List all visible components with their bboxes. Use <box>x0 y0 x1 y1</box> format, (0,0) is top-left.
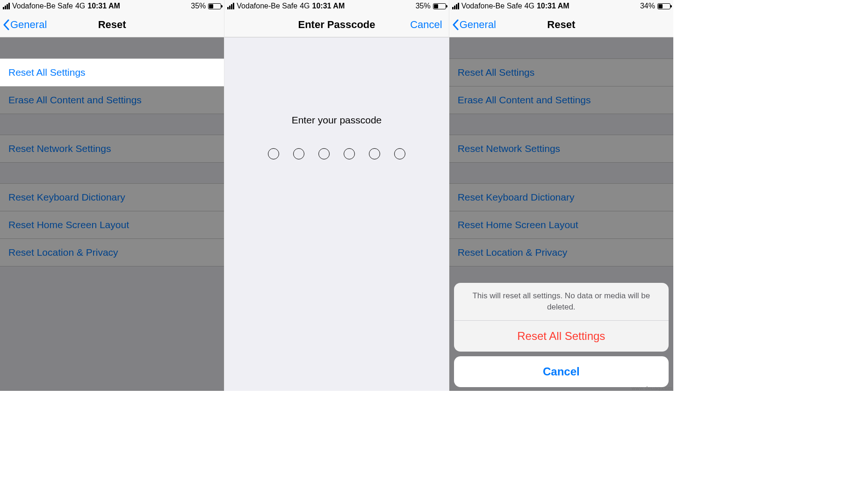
status-bar: Vodafone-Be Safe 4G 10:31 AM 34% <box>449 0 673 12</box>
battery-pct-label: 35% <box>416 2 431 10</box>
signal-bars-icon <box>452 3 459 9</box>
cell-reset-home-layout[interactable]: Reset Home Screen Layout <box>449 211 673 239</box>
screen-reset-list-actionsheet: Vodafone-Be Safe 4G 10:31 AM 34% General… <box>449 0 673 391</box>
chevron-left-icon <box>3 19 9 30</box>
cell-label: Erase All Content and Settings <box>8 94 142 105</box>
cell-label: Reset Network Settings <box>458 143 560 154</box>
cell-reset-all-settings[interactable]: Reset All Settings <box>449 58 673 86</box>
network-label: 4G <box>75 2 85 10</box>
cell-label: Reset Network Settings <box>8 143 111 154</box>
cell-reset-network[interactable]: Reset Network Settings <box>449 135 673 163</box>
passcode-dots[interactable] <box>268 148 405 159</box>
passcode-dot <box>394 148 405 159</box>
cell-label: Reset Home Screen Layout <box>458 219 578 230</box>
network-label: 4G <box>300 2 310 10</box>
passcode-prompt: Enter your passcode <box>292 115 382 126</box>
time-label: 10:31 AM <box>87 2 120 10</box>
sheet-reset-all-button[interactable]: Reset All Settings <box>454 321 669 352</box>
status-bar: Vodafone-Be Safe 4G 10:31 AM 35% <box>224 0 448 12</box>
back-label: General <box>10 19 47 31</box>
chevron-left-icon <box>452 19 459 30</box>
watermark: www.deuaq.com <box>632 385 672 391</box>
sheet-message: This will reset all settings. No data or… <box>454 283 669 321</box>
time-label: 10:31 AM <box>537 2 569 10</box>
cell-reset-keyboard[interactable]: Reset Keyboard Dictionary <box>449 183 673 211</box>
nav-bar: General Reset <box>449 12 673 37</box>
passcode-dot <box>318 148 330 159</box>
cancel-button[interactable]: Cancel <box>410 19 442 31</box>
time-label: 10:31 AM <box>312 2 345 10</box>
passcode-dot <box>344 148 355 159</box>
cell-reset-location-privacy[interactable]: Reset Location & Privacy <box>449 238 673 266</box>
cell-reset-keyboard[interactable]: Reset Keyboard Dictionary <box>0 183 224 211</box>
back-button[interactable]: General <box>452 19 496 31</box>
passcode-dot <box>268 148 279 159</box>
battery-icon <box>433 3 446 9</box>
cell-label: Reset Keyboard Dictionary <box>8 192 125 202</box>
cell-label: Reset Location & Privacy <box>458 247 568 258</box>
battery-pct-label: 34% <box>640 2 655 10</box>
carrier-label: Vodafone-Be Safe <box>461 2 522 10</box>
sheet-action-label: Reset All Settings <box>517 330 605 342</box>
cell-reset-location-privacy[interactable]: Reset Location & Privacy <box>0 238 224 266</box>
battery-pct-label: 35% <box>191 2 206 10</box>
passcode-dot <box>293 148 304 159</box>
sheet-cancel-label: Cancel <box>543 365 580 378</box>
action-sheet: This will reset all settings. No data or… <box>454 283 669 387</box>
nav-bar: General Reset <box>0 12 224 37</box>
carrier-label: Vodafone-Be Safe <box>12 2 73 10</box>
cell-label: Reset All Settings <box>458 67 535 78</box>
back-button[interactable]: General <box>3 19 47 31</box>
battery-icon <box>657 3 670 9</box>
sheet-cancel-button[interactable]: Cancel <box>454 356 669 387</box>
cell-erase-all-content[interactable]: Erase All Content and Settings <box>449 86 673 114</box>
cell-label: Reset All Settings <box>8 67 86 78</box>
battery-icon <box>208 3 221 9</box>
signal-bars-icon <box>3 3 10 9</box>
screen-enter-passcode: Vodafone-Be Safe 4G 10:31 AM 35% Enter P… <box>224 0 449 391</box>
cell-erase-all-content[interactable]: Erase All Content and Settings <box>0 86 224 114</box>
cell-reset-home-layout[interactable]: Reset Home Screen Layout <box>0 211 224 239</box>
page-title: Enter Passcode <box>298 19 375 31</box>
passcode-dot <box>369 148 380 159</box>
page-title: Reset <box>98 19 126 31</box>
cell-label: Reset Location & Privacy <box>8 247 118 258</box>
cell-label: Reset Home Screen Layout <box>8 219 129 230</box>
nav-bar: Enter Passcode Cancel <box>224 12 448 37</box>
cancel-label: Cancel <box>410 19 442 30</box>
cell-label: Reset Keyboard Dictionary <box>458 192 575 202</box>
screen-reset-list-highlight: Vodafone-Be Safe 4G 10:31 AM 35% General… <box>0 0 224 391</box>
status-bar: Vodafone-Be Safe 4G 10:31 AM 35% <box>0 0 224 12</box>
signal-bars-icon <box>227 3 234 9</box>
cell-reset-network[interactable]: Reset Network Settings <box>0 135 224 163</box>
cell-reset-all-settings[interactable]: Reset All Settings <box>0 58 224 86</box>
carrier-label: Vodafone-Be Safe <box>237 2 297 10</box>
network-label: 4G <box>525 2 534 10</box>
back-label: General <box>460 19 496 31</box>
page-title: Reset <box>547 19 575 31</box>
cell-label: Erase All Content and Settings <box>458 94 591 105</box>
